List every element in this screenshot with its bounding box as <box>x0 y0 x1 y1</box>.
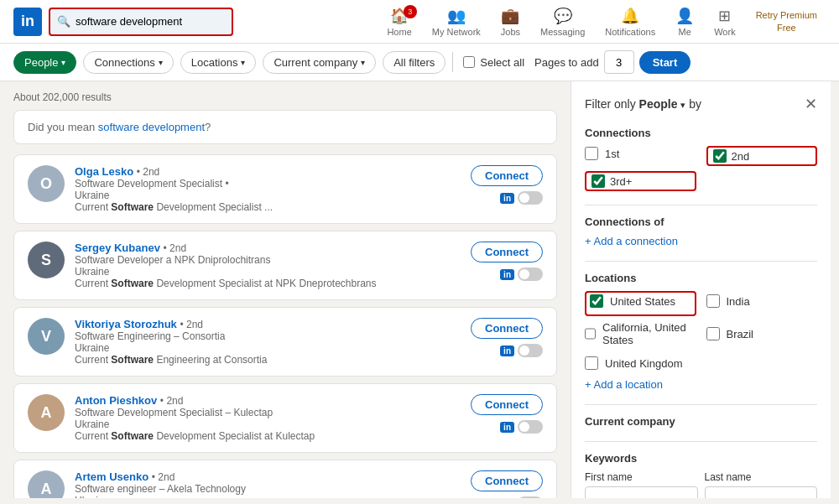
person-name[interactable]: Artem Usenko • 2nd <box>75 470 461 483</box>
start-button[interactable]: Start <box>639 51 691 74</box>
filter-entity-chevron: ▾ <box>680 100 685 110</box>
connect-button[interactable]: Connect <box>471 242 543 262</box>
select-all-area: Select all <box>463 56 524 69</box>
connect-button[interactable]: Connect <box>471 394 543 415</box>
toggle-switch[interactable] <box>518 268 543 281</box>
location-brazil-checkbox[interactable] <box>706 327 720 340</box>
locations-filter-label: Locations <box>191 56 238 69</box>
nav-my-network[interactable]: 👥 My Network <box>424 3 489 40</box>
current-company-filter-button[interactable]: Current company ▾ <box>263 51 376 74</box>
people-chevron-icon: ▾ <box>61 58 65 67</box>
add-connection-link[interactable]: + Add a connection <box>585 235 678 247</box>
search-input[interactable] <box>76 15 225 28</box>
pages-input[interactable] <box>604 50 634 74</box>
keywords-section: Keywords First name Last name Title Comp… <box>585 452 817 498</box>
person-name[interactable]: Olga Lesko • 2nd <box>75 165 461 178</box>
location-ca-checkbox[interactable] <box>585 327 596 340</box>
li-badge: in <box>500 269 514 280</box>
results-panel: About 202,000 results Did you mean softw… <box>0 81 571 498</box>
filter-by-label: by <box>689 97 701 111</box>
nav-me-label: Me <box>679 27 691 37</box>
last-name-input[interactable] <box>705 486 818 498</box>
first-name-input[interactable] <box>585 486 698 498</box>
did-you-mean: Did you mean software development? <box>13 110 557 144</box>
card-toggle: in <box>500 496 543 498</box>
toggle-switch[interactable] <box>518 191 543 205</box>
connections-chevron-icon: ▾ <box>159 58 163 67</box>
person-name[interactable]: Viktoriya Storozhuk • 2nd <box>75 318 461 330</box>
location-uk-checkbox[interactable] <box>585 356 598 370</box>
top-navigation: in 🔍 🏠 Home 3 👥 My Network 💼 Jobs 💬 Mess… <box>0 0 839 44</box>
card-toggle: in <box>500 344 543 357</box>
connect-button[interactable]: Connect <box>471 165 543 186</box>
person-info: Anton Pieshkov • 2nd Software Developmen… <box>75 394 461 442</box>
connection-2nd-checkbox[interactable] <box>713 149 727 163</box>
people-filter-button[interactable]: People ▾ <box>13 51 76 74</box>
people-filter-label: People <box>24 56 58 69</box>
connect-button[interactable]: Connect <box>471 470 543 491</box>
nav-messaging[interactable]: 💬 Messaging <box>532 3 593 40</box>
toggle-switch[interactable] <box>518 420 543 434</box>
filter-panel-title: Filter only People ▾ by <box>585 97 701 111</box>
person-info: Artem Usenko • 2nd Software engineer – A… <box>75 470 461 498</box>
li-badge: in <box>500 422 514 433</box>
connections-of-section: Connections of + Add a connection <box>585 216 817 247</box>
person-location: Ukraine <box>75 190 461 201</box>
person-degree: • 2nd <box>180 319 203 330</box>
filter-only-prefix: Filter only <box>585 97 636 111</box>
jobs-icon: 💼 <box>501 7 519 25</box>
did-you-mean-link[interactable]: software development <box>98 121 205 133</box>
toggle-switch[interactable] <box>518 344 543 357</box>
all-filters-button[interactable]: All filters <box>383 51 446 74</box>
card-actions: Connect in <box>471 318 543 357</box>
retry-premium-button[interactable]: Retry PremiumFree <box>748 6 826 37</box>
person-location: Ukraine <box>75 495 461 498</box>
person-cards-container: O Olga Lesko • 2nd Software Development … <box>13 154 557 498</box>
keywords-title: Keywords <box>585 452 817 465</box>
toggle-switch[interactable] <box>518 496 543 498</box>
add-location-link[interactable]: + Add a location <box>585 378 663 391</box>
person-info: Olga Lesko • 2nd Software Development Sp… <box>75 165 461 213</box>
filter-bar: People ▾ Connections ▾ Locations ▾ Curre… <box>0 44 839 81</box>
nav-me[interactable]: 👤 Me <box>667 3 702 40</box>
connection-1st-checkbox[interactable] <box>585 147 598 160</box>
nav-notifications[interactable]: 🔔 Notifications <box>597 3 664 40</box>
connection-1st-row: 1st <box>585 146 696 161</box>
close-filter-panel-button[interactable]: ✕ <box>805 95 817 113</box>
connections-section-title: Connections <box>585 127 817 139</box>
nav-home[interactable]: 🏠 Home 3 <box>378 3 420 40</box>
card-actions: Connect in <box>471 394 543 434</box>
person-title: Software Development Specialist – Kulect… <box>75 407 461 418</box>
person-current: Current Software Engineering at Consorti… <box>75 354 461 366</box>
location-uk-row: United Kingdom <box>585 356 696 370</box>
locations-section-title: Locations <box>585 272 817 284</box>
location-india-checkbox[interactable] <box>706 294 720 308</box>
select-all-checkbox[interactable] <box>463 56 475 68</box>
location-us-checkbox[interactable] <box>590 294 603 308</box>
person-name[interactable]: Anton Pieshkov • 2nd <box>75 394 461 407</box>
locations-section: Locations United States India California… <box>585 272 817 391</box>
filter-entity: People <box>639 97 681 111</box>
person-title: Software Engineering – Consortia <box>75 330 461 342</box>
last-name-group: Last name <box>705 471 818 498</box>
locations-filter-button[interactable]: Locations ▾ <box>180 51 257 74</box>
person-name[interactable]: Sergey Kubanev • 2nd <box>75 242 461 254</box>
connections-filter-label: Connections <box>94 56 154 69</box>
location-india-row: India <box>706 291 818 311</box>
linkedin-logo[interactable]: in <box>13 8 42 36</box>
nav-notifications-label: Notifications <box>605 27 655 37</box>
start-label: Start <box>653 56 678 69</box>
avatar-initial: V <box>41 328 51 346</box>
connections-filter-button[interactable]: Connections ▾ <box>83 51 173 74</box>
nav-jobs[interactable]: 💼 Jobs <box>492 3 529 40</box>
avatar: O <box>28 165 65 202</box>
person-degree: • 2nd <box>137 166 160 178</box>
connect-button[interactable]: Connect <box>471 318 543 339</box>
connection-3rd-checkbox[interactable] <box>591 174 605 188</box>
connection-1st-label: 1st <box>605 148 619 160</box>
select-all-label: Select all <box>480 56 524 69</box>
avatar-initial: O <box>40 175 52 193</box>
location-ca-row: California, United States <box>585 321 696 346</box>
nav-work[interactable]: ⊞ Work <box>706 3 743 40</box>
did-you-mean-prefix: Did you mean <box>28 121 98 133</box>
